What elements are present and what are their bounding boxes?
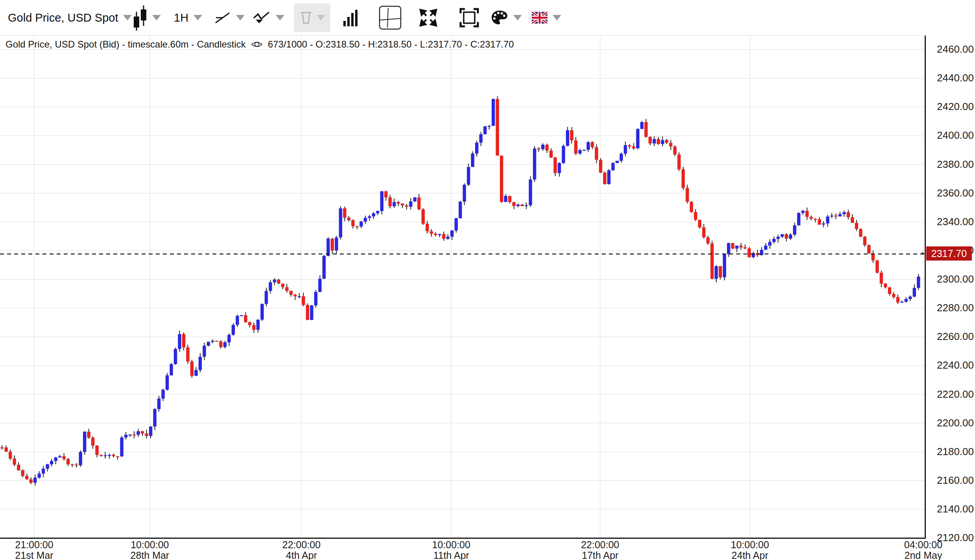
- trading-app: Gold Price, USD Spot 1H: [0, 0, 975, 560]
- chevron-down-icon: [553, 15, 561, 20]
- y-tick-label: 2140.00: [937, 503, 974, 515]
- x-tick-label: 10:00:0028th Mar: [131, 540, 170, 560]
- time-axis[interactable]: 21:00:0021st Mar10:00:0028th Mar22:00:00…: [0, 539, 925, 560]
- y-tick-label: 2260.00: [937, 330, 974, 343]
- timeframe-label: 1H: [174, 11, 188, 24]
- chevron-down-icon: [123, 15, 132, 20]
- theme-palette-button[interactable]: [491, 0, 522, 35]
- toolbar: Gold Price, USD Spot 1H: [0, 0, 975, 35]
- trendline-tool-icon: [214, 10, 231, 25]
- volume-bars-icon: [343, 9, 358, 26]
- chevron-down-icon: [513, 15, 522, 20]
- x-tick-label: 04:00:002nd May: [904, 540, 942, 560]
- y-tick-label: 2460.00: [937, 43, 974, 55]
- eraser-button-group: [294, 0, 330, 35]
- snapshot-frame-icon: [459, 8, 479, 28]
- y-tick-label: 2400.00: [937, 129, 974, 141]
- chevron-down-icon: [276, 15, 284, 20]
- palette-icon: [491, 10, 508, 26]
- chevron-down-icon: [236, 15, 245, 20]
- snapshot-button[interactable]: [459, 0, 479, 35]
- grid-layout-button[interactable]: [379, 0, 402, 35]
- chart-container: Gold Price, USD Spot (Bid) - timescale.6…: [0, 35, 975, 560]
- y-tick-label: 2340.00: [937, 216, 974, 228]
- uk-flag-icon: [532, 12, 547, 24]
- y-tick-label: 2220.00: [937, 388, 974, 400]
- language-button[interactable]: [532, 0, 561, 35]
- y-tick-label: 2420.00: [937, 101, 974, 113]
- last-price-value: 2317.70: [931, 248, 967, 259]
- last-price-tag: 2317.70: [926, 246, 972, 261]
- indicators-icon: [253, 10, 271, 25]
- chevron-down-icon: [194, 15, 202, 20]
- legend-stats: 673/1000 - O:2318.50 - H:2318.50 - L:231…: [268, 39, 514, 50]
- chevron-down-icon: [317, 15, 325, 20]
- y-tick-label: 2300.00: [937, 273, 974, 285]
- indicators-button[interactable]: [253, 0, 284, 35]
- grid-layout-icon: [379, 6, 402, 30]
- plot-area[interactable]: Gold Price, USD Spot (Bid) - timescale.6…: [0, 35, 926, 539]
- x-tick-label: 10:00:0024th Apr: [731, 540, 769, 560]
- candlestick-canvas[interactable]: [0, 36, 925, 538]
- eraser-bucket-button[interactable]: [294, 4, 330, 32]
- price-axis[interactable]: 2317.70 2460.002440.002420.002400.002380…: [926, 35, 975, 537]
- symbol-selector-button[interactable]: Gold Price, USD Spot: [8, 0, 132, 35]
- fullscreen-button[interactable]: [419, 0, 437, 35]
- trendline-tool-button[interactable]: [214, 0, 245, 35]
- legend-title: Gold Price, USD Spot (Bid) - timescale.6…: [6, 39, 246, 50]
- candlestick-type-icon: [133, 5, 147, 31]
- y-tick-label: 2240.00: [937, 359, 974, 371]
- eye-icon[interactable]: [251, 40, 263, 49]
- y-tick-label: 2380.00: [937, 158, 974, 171]
- eraser-bucket-icon: [299, 10, 313, 25]
- symbol-label: Gold Price, USD Spot: [8, 11, 118, 24]
- x-tick-label: 21:00:0021st Mar: [15, 540, 53, 560]
- chart-legend: Gold Price, USD Spot (Bid) - timescale.6…: [6, 39, 514, 50]
- x-tick-label: 22:00:004th Apr: [282, 540, 321, 560]
- y-tick-label: 2440.00: [937, 72, 974, 84]
- x-tick-label: 22:00:0017th Apr: [581, 540, 619, 560]
- x-tick-label: 10:00:0011th Apr: [432, 540, 470, 560]
- chevron-down-icon: [152, 15, 161, 20]
- volume-bars-button[interactable]: [343, 0, 358, 35]
- fullscreen-icon: [419, 9, 437, 27]
- y-tick-label: 2180.00: [937, 446, 974, 458]
- y-tick-label: 2200.00: [937, 417, 974, 429]
- y-tick-label: 2360.00: [937, 187, 974, 199]
- y-tick-label: 2280.00: [937, 302, 974, 314]
- chart-type-button[interactable]: [133, 0, 161, 35]
- timeframe-button[interactable]: 1H: [174, 0, 202, 35]
- y-tick-label: 2160.00: [937, 474, 974, 487]
